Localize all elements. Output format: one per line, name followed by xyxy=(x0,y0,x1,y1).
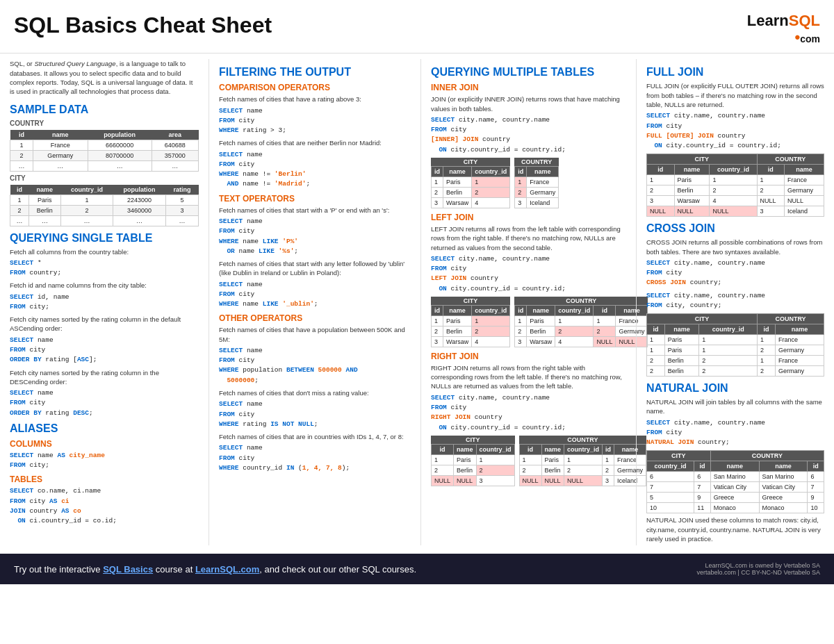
logo-com: com xyxy=(800,33,820,44)
querying-single-title: QUERYING SINGLE TABLE xyxy=(10,232,199,245)
natural-join-desc2: NATURAL JOIN used these columns to match… xyxy=(646,515,824,543)
right-join-title: RIGHT JOIN xyxy=(431,352,626,361)
other-ops-title: OTHER OPERATORS xyxy=(219,313,411,323)
logo-learn: Learn xyxy=(747,12,789,29)
comparison-ops-title: COMPARISON OPERATORS xyxy=(219,83,411,92)
main-content: SQL, or Structured Query Language, is a … xyxy=(0,53,834,551)
qs-code2: SELECT id, name FROM city; xyxy=(10,292,199,313)
left-join-result: CITY idnamecountry_id 1Paris1 2Berlin2 3… xyxy=(431,297,626,347)
column-2: FILTERING THE OUTPUT COMPARISON OPERATOR… xyxy=(208,59,420,545)
page: SQL Basics Cheat Sheet LearnSQL •com SQL… xyxy=(0,0,834,644)
column-3: QUERYING MULTIPLE TABLES INNER JOIN JOIN… xyxy=(420,59,636,545)
column-1: SQL, or Structured Query Language, is a … xyxy=(0,59,208,545)
full-join-code: SELECT city.name, country.name FROM city… xyxy=(646,111,824,151)
right-join-result: CITY idnamecountry_id 1Paris1 2Berlin2 N… xyxy=(431,436,626,486)
right-join-code: SELECT city.name, country.name FROM city… xyxy=(431,393,626,433)
logo-sql: SQL xyxy=(789,12,820,29)
cross-join-code2: SELECT city.name, country.name FROM city… xyxy=(646,291,824,311)
other-desc3: Fetch names of cities that are in countr… xyxy=(219,432,411,441)
qs-desc3: Fetch city names sorted by the rating co… xyxy=(10,315,199,333)
comp-code2: SELECT name FROM city WHERE name != 'Ber… xyxy=(219,150,411,190)
filtering-title: FILTERING THE OUTPUT xyxy=(219,66,411,79)
sample-data-title: SAMPLE DATA xyxy=(10,104,199,116)
other-desc2: Fetch names of cities that don't miss a … xyxy=(219,388,411,397)
footer-learnsql-link[interactable]: LearnSQL.com xyxy=(195,564,259,575)
text-desc2: Fetch names of cities that start with an… xyxy=(219,259,411,278)
full-join-desc: FULL JOIN (or explicitly FULL OUTER JOIN… xyxy=(646,81,824,109)
columns-subtitle: COLUMNS xyxy=(10,439,199,449)
full-join-title: FULL JOIN xyxy=(646,66,824,79)
aliases-title: ALIASES xyxy=(10,422,199,435)
cross-join-title: CROSS JOIN xyxy=(646,222,824,235)
country-table: idnamepopulationarea 1France666000006406… xyxy=(10,130,199,172)
comp-code1: SELECT name FROM city WHERE rating > 3; xyxy=(219,106,411,136)
city-table-label: CITY xyxy=(10,174,199,182)
footer-text: Try out the interactive SQL Basics cours… xyxy=(14,564,416,575)
qs-code3: SELECT name FROM city ORDER BY rating [A… xyxy=(10,336,199,365)
text-code1: SELECT name FROM city WHERE name LIKE 'P… xyxy=(219,217,411,256)
intro-text: SQL, or Structured Query Language, is a … xyxy=(10,59,199,96)
natural-join-result: CITY COUNTRY country_ididnamenameid 66Sa… xyxy=(646,450,824,513)
left-join-title: LEFT JOIN xyxy=(431,213,626,222)
natural-join-desc1: NATURAL JOIN will join tables by all col… xyxy=(646,397,824,416)
other-desc1: Fetch names of cities that have a popula… xyxy=(219,325,411,344)
footer-sql-basics-link[interactable]: SQL Basics xyxy=(103,564,153,575)
qs-desc2: Fetch id and name columns from the city … xyxy=(10,281,199,290)
other-code3: SELECT name FROM city WHERE country_id I… xyxy=(219,443,411,473)
inner-join-result: CITY idnamecountry_id 1Paris1 2Berlin2 3… xyxy=(431,158,626,208)
qs-desc1: Fetch all columns from the country table… xyxy=(10,247,199,256)
cross-join-desc: CROSS JOIN returns all possible combinat… xyxy=(646,238,824,256)
comp-desc1: Fetch names of cities that have a rating… xyxy=(219,94,411,104)
aliases-col-code: SELECT name AS city_name FROM city; xyxy=(10,451,199,471)
inner-join-title: INNER JOIN xyxy=(431,83,626,92)
inner-join-desc: JOIN (or explicitly INNER JOIN) returns … xyxy=(431,94,626,113)
text-code2: SELECT name FROM city WHERE name LIKE '_… xyxy=(219,280,411,310)
right-join-desc: RIGHT JOIN returns all rows from the rig… xyxy=(431,363,626,391)
country-table-label: COUNTRY xyxy=(10,119,199,127)
header: SQL Basics Cheat Sheet LearnSQL •com xyxy=(0,0,834,53)
left-join-desc: LEFT JOIN returns all rows from the left… xyxy=(431,224,626,252)
page-title: SQL Basics Cheat Sheet xyxy=(14,13,272,38)
footer: Try out the interactive SQL Basics cours… xyxy=(0,554,834,584)
logo: LearnSQL •com xyxy=(747,13,820,46)
city-table: idnamecountry_idpopulationrating 1Paris1… xyxy=(10,185,199,226)
left-join-code: SELECT city.name, country.name FROM city… xyxy=(431,254,626,294)
qs-desc4: Fetch city names sorted by the rating co… xyxy=(10,368,199,387)
inner-join-code: SELECT city.name, country.name FROM city… xyxy=(431,115,626,155)
comp-desc2: Fetch names of cities that are neither B… xyxy=(219,138,411,147)
column-4: FULL JOIN FULL JOIN (or explicitly FULL … xyxy=(636,59,834,545)
other-code2: SELECT name FROM city WHERE rating IS NO… xyxy=(219,399,411,429)
cross-join-result: CITY COUNTRY idnamecountry_ididname 1Par… xyxy=(646,313,824,377)
footer-right: LearnSQL.com is owned by Vertabelo SA ve… xyxy=(696,562,820,576)
querying-multiple-title: QUERYING MULTIPLE TABLES xyxy=(431,66,626,79)
full-join-result: CITY COUNTRY idnamecountry_ididname 1Par… xyxy=(646,154,824,217)
aliases-tbl-code: SELECT co.name, ci.name FROM city AS ci … xyxy=(10,486,199,526)
text-ops-title: TEXT OPERATORS xyxy=(219,194,411,204)
tables-subtitle: TABLES xyxy=(10,474,199,484)
qs-code4: SELECT name FROM city ORDER BY rating DE… xyxy=(10,388,199,418)
other-code1: SELECT name FROM city WHERE population B… xyxy=(219,346,411,386)
natural-join-title: NATURAL JOIN xyxy=(646,382,824,395)
qs-code1: SELECT * FROM country; xyxy=(10,258,199,279)
text-desc1: Fetch names of cities that start with a … xyxy=(219,206,411,215)
natural-join-code: SELECT city.name, country.name FROM city… xyxy=(646,418,824,448)
cross-join-code1: SELECT city.name, country.name FROM city… xyxy=(646,258,824,288)
